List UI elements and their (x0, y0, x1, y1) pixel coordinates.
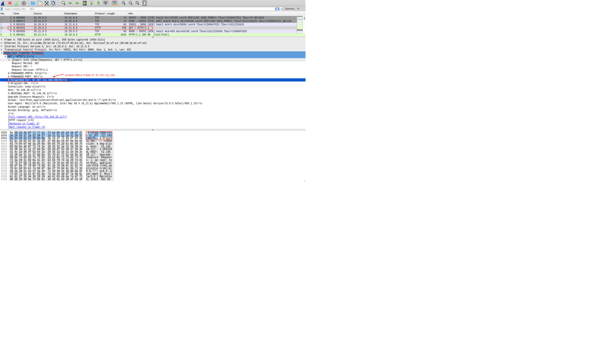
svg-text:01110: 01110 (38, 5, 42, 6)
